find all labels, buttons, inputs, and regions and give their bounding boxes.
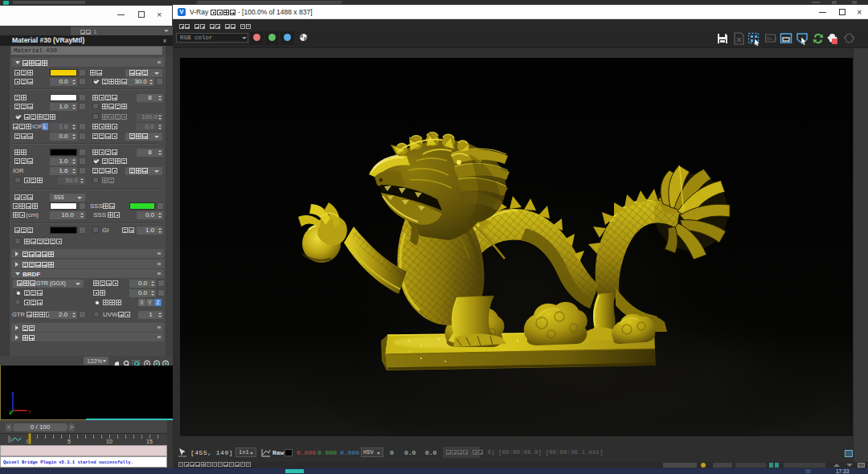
- svg-text:x: x: [28, 409, 31, 414]
- svg-text:z: z: [11, 390, 14, 395]
- svg-text:50.2: 50.2: [767, 36, 777, 42]
- svg-text:y: y: [9, 409, 11, 414]
